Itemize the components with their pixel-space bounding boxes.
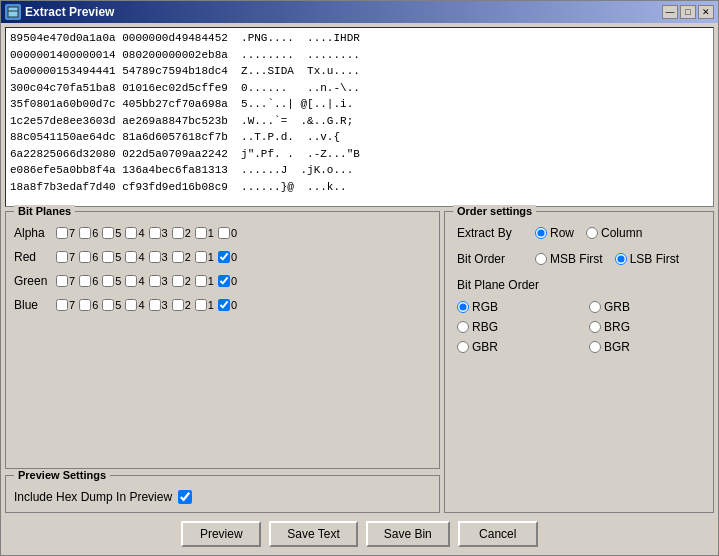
extract-by-label: Extract By [457, 226, 527, 240]
bit-checkbox-alpha-4[interactable] [125, 227, 137, 239]
titlebar: Extract Preview — □ ✕ [1, 1, 718, 23]
bit-number-label: 2 [185, 251, 191, 263]
maximize-button[interactable]: □ [680, 5, 696, 19]
extract-by-row: Extract By Row Column [457, 226, 701, 240]
hex-preview[interactable]: 89504e470d0a1a0a 0000000d49484452 .PNG..… [5, 27, 714, 207]
bit-checkbox-red-4[interactable] [125, 251, 137, 263]
bit-checkbox-red-1[interactable] [195, 251, 207, 263]
bit-checkbox-red-3[interactable] [149, 251, 161, 263]
bit-checkbox-green-3[interactable] [149, 275, 161, 287]
bit-checkbox-green-7[interactable] [56, 275, 68, 287]
bit-checkbox-blue-6[interactable] [79, 299, 91, 311]
preview-settings-panel: Preview Settings Include Hex Dump In Pre… [5, 475, 440, 513]
extract-by-row-radio[interactable] [535, 227, 547, 239]
bit-number-label: 6 [92, 251, 98, 263]
bit-number-label: 3 [162, 251, 168, 263]
bit-plane-label-gbr: GBR [472, 340, 498, 354]
bit-number-label: 0 [231, 299, 237, 311]
bit-checkbox-green-2[interactable] [172, 275, 184, 287]
bit-checkbox-green-1[interactable] [195, 275, 207, 287]
bit-checkbox-green-4[interactable] [125, 275, 137, 287]
bit-plane-radio-rbg[interactable] [457, 321, 469, 333]
bit-order-options: MSB First LSB First [535, 252, 679, 266]
bit-checkbox-blue-2[interactable] [172, 299, 184, 311]
bit-checkbox-alpha-3[interactable] [149, 227, 161, 239]
extract-by-column-radio[interactable] [586, 227, 598, 239]
hex-dump-checkbox[interactable] [178, 490, 192, 504]
bit-plane-order-title: Bit Plane Order [457, 278, 701, 292]
bit-item: 1 [195, 251, 214, 263]
bit-checkbox-green-0[interactable] [218, 275, 230, 287]
bit-checkbox-green-5[interactable] [102, 275, 114, 287]
bottom-panels: Bit Planes Alpha76543210Red76543210Green… [1, 211, 718, 513]
bit-checkbox-blue-4[interactable] [125, 299, 137, 311]
bit-item: 2 [172, 275, 191, 287]
footer-buttons: PreviewSave TextSave BinCancel [1, 513, 718, 555]
hex-row: 5a00000153494441 54789c7594b18dc4 Z...SI… [10, 63, 709, 80]
bit-checkbox-red-6[interactable] [79, 251, 91, 263]
bit-checkbox-blue-5[interactable] [102, 299, 114, 311]
msb-first-label: MSB First [550, 252, 603, 266]
bit-number-label: 3 [162, 227, 168, 239]
msb-first-radio[interactable] [535, 253, 547, 265]
bit-checkbox-alpha-2[interactable] [172, 227, 184, 239]
bit-checkbox-alpha-0[interactable] [218, 227, 230, 239]
bit-number-label: 7 [69, 227, 75, 239]
bit-item: 0 [218, 251, 237, 263]
bit-channel-row: Green76543210 [14, 274, 431, 288]
bit-plane-radio-gbr[interactable] [457, 341, 469, 353]
bit-checkbox-alpha-1[interactable] [195, 227, 207, 239]
bit-plane-option-bgr: BGR [589, 340, 701, 354]
hex-dump-label: Include Hex Dump In Preview [14, 490, 172, 504]
bit-checkbox-green-6[interactable] [79, 275, 91, 287]
minimize-button[interactable]: — [662, 5, 678, 19]
close-button[interactable]: ✕ [698, 5, 714, 19]
bit-number-label: 6 [92, 299, 98, 311]
bit-plane-radio-brg[interactable] [589, 321, 601, 333]
save-bin-button[interactable]: Save Bin [366, 521, 450, 547]
bit-plane-radio-rgb[interactable] [457, 301, 469, 313]
bit-item: 7 [56, 227, 75, 239]
preview-button[interactable]: Preview [181, 521, 261, 547]
bit-checkbox-blue-3[interactable] [149, 299, 161, 311]
hex-row: e086efe5a0bb8f4a 136a4bec6fa81313 ......… [10, 162, 709, 179]
bit-checkbox-blue-1[interactable] [195, 299, 207, 311]
bit-number-label: 7 [69, 275, 75, 287]
extract-by-column-option: Column [586, 226, 642, 240]
bit-plane-label-grb: GRB [604, 300, 630, 314]
hex-text: ......J .jK.o... [228, 162, 353, 179]
order-settings-panel: Order settings Extract By Row Col [444, 211, 714, 513]
bit-checkbox-blue-7[interactable] [56, 299, 68, 311]
bit-checkbox-alpha-7[interactable] [56, 227, 68, 239]
bit-number-label: 5 [115, 251, 121, 263]
bit-checkbox-alpha-6[interactable] [79, 227, 91, 239]
bit-plane-radio-grb[interactable] [589, 301, 601, 313]
bit-number-label: 4 [138, 275, 144, 287]
bit-item: 0 [218, 227, 237, 239]
bit-checkbox-blue-0[interactable] [218, 299, 230, 311]
save-text-button[interactable]: Save Text [269, 521, 357, 547]
lsb-first-option: LSB First [615, 252, 679, 266]
bit-checkbox-red-7[interactable] [56, 251, 68, 263]
bit-checkbox-red-5[interactable] [102, 251, 114, 263]
msb-first-option: MSB First [535, 252, 603, 266]
titlebar-buttons: — □ ✕ [662, 5, 714, 19]
hex-addr: 0000001400000014 080200000002eb8a [10, 47, 228, 64]
bit-channel-row: Blue76543210 [14, 298, 431, 312]
bit-number-label: 1 [208, 275, 214, 287]
main-window: Extract Preview — □ ✕ 89504e470d0a1a0a 0… [0, 0, 719, 556]
extract-by-column-label: Column [601, 226, 642, 240]
bit-item: 5 [102, 251, 121, 263]
bit-checkbox-alpha-5[interactable] [102, 227, 114, 239]
bit-item: 2 [172, 299, 191, 311]
lsb-first-label: LSB First [630, 252, 679, 266]
bit-checkbox-red-0[interactable] [218, 251, 230, 263]
lsb-first-radio[interactable] [615, 253, 627, 265]
bit-checkbox-red-2[interactable] [172, 251, 184, 263]
hex-row: 18a8f7b3edaf7d40 cf93fd9ed16b08c9 ......… [10, 179, 709, 196]
hex-addr: 18a8f7b3edaf7d40 cf93fd9ed16b08c9 [10, 179, 228, 196]
cancel-button[interactable]: Cancel [458, 521, 538, 547]
bit-item: 4 [125, 299, 144, 311]
hex-addr: 35f0801a60b00d7c 405bb27cf70a698a [10, 96, 228, 113]
bit-plane-radio-bgr[interactable] [589, 341, 601, 353]
